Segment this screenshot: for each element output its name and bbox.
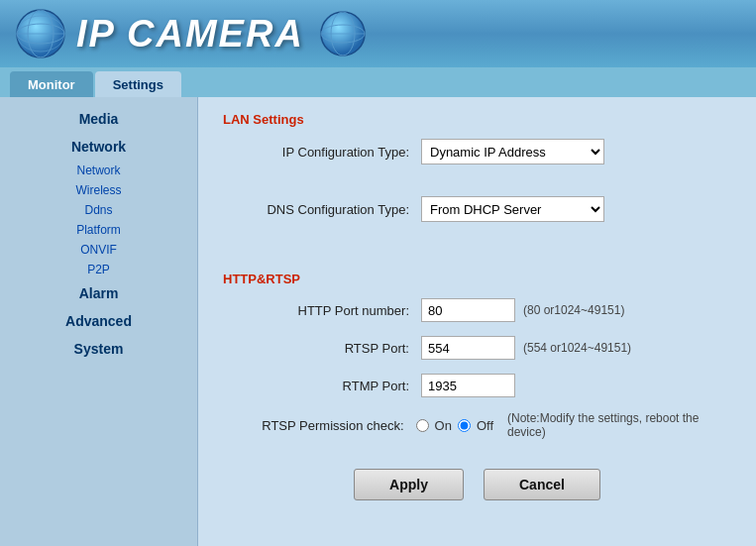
sidebar-item-network[interactable]: Network	[0, 161, 197, 180]
rtsp-port-label: RTSP Port:	[223, 341, 421, 356]
http-port-row: HTTP Port number: (80 or1024~49151)	[223, 298, 731, 322]
ip-config-select[interactable]: Dynamic IP Address Static IP Address PPP…	[421, 139, 604, 164]
app-title: IP CAMERA	[76, 13, 304, 55]
sidebar-section-advanced[interactable]: Advanced	[0, 307, 197, 335]
sidebar-section-system[interactable]: System	[0, 335, 197, 363]
rtsp-perm-label: RTSP Permission check:	[223, 418, 416, 433]
rtsp-perm-radios: On Off (Note:Modify the settings, reboot…	[416, 411, 731, 439]
sidebar-item-wireless[interactable]: Wireless	[0, 180, 197, 200]
http-port-label: HTTP Port number:	[223, 303, 421, 318]
rtsp-port-hint: (554 or1024~49151)	[523, 341, 631, 355]
spacer2	[223, 236, 731, 254]
rtsp-perm-off-label: Off	[477, 418, 493, 433]
dns-config-select[interactable]: From DHCP Server Manual	[421, 196, 604, 222]
apply-button[interactable]: Apply	[354, 469, 464, 500]
http-port-input[interactable]	[421, 298, 515, 322]
globe-right-icon	[319, 10, 367, 57]
sidebar-section-media[interactable]: Media	[0, 105, 197, 133]
rtmp-port-label: RTMP Port:	[223, 379, 421, 393]
http-port-hint: (80 or1024~49151)	[523, 303, 624, 317]
rtsp-port-input[interactable]	[421, 336, 515, 360]
sidebar-section-alarm[interactable]: Alarm	[0, 279, 197, 307]
lan-section-title: LAN Settings	[223, 112, 731, 127]
main-layout: Media Network Network Wireless Ddns Plat…	[0, 97, 756, 546]
globe-left-icon	[15, 8, 66, 59]
sidebar-item-onvif[interactable]: ONVIF	[0, 240, 197, 260]
ip-config-label: IP Configuration Type:	[223, 145, 421, 160]
nav-tabs: Monitor Settings	[0, 67, 756, 97]
rtmp-port-row: RTMP Port:	[223, 374, 731, 397]
sidebar-item-platform[interactable]: Platform	[0, 220, 197, 240]
ip-config-row: IP Configuration Type: Dynamic IP Addres…	[223, 139, 731, 164]
header: IP CAMERA	[0, 0, 756, 67]
cancel-button[interactable]: Cancel	[484, 469, 600, 500]
sidebar-section-network[interactable]: Network	[0, 133, 197, 161]
sidebar: Media Network Network Wireless Ddns Plat…	[0, 97, 198, 546]
tab-monitor[interactable]: Monitor	[10, 71, 93, 97]
sidebar-item-ddns[interactable]: Ddns	[0, 200, 197, 220]
tab-settings[interactable]: Settings	[95, 71, 181, 97]
rtsp-perm-row: RTSP Permission check: On Off (Note:Modi…	[223, 411, 731, 439]
dns-config-label: DNS Configuration Type:	[223, 202, 421, 217]
button-row: Apply Cancel	[223, 459, 731, 500]
spacer3	[223, 254, 731, 272]
sidebar-item-p2p[interactable]: P2P	[0, 260, 197, 279]
spacer1	[223, 178, 731, 196]
dns-config-row: DNS Configuration Type: From DHCP Server…	[223, 196, 731, 222]
rtsp-perm-off-radio[interactable]	[458, 419, 471, 432]
content-area: LAN Settings IP Configuration Type: Dyna…	[198, 97, 756, 546]
rtsp-perm-on-label: On	[435, 418, 452, 433]
rtsp-perm-on-radio[interactable]	[416, 419, 429, 432]
http-section-title: HTTP&RTSP	[223, 272, 731, 286]
rtmp-port-input[interactable]	[421, 374, 515, 397]
rtsp-port-row: RTSP Port: (554 or1024~49151)	[223, 336, 731, 360]
rtsp-perm-note: (Note:Modify the settings, reboot the de…	[507, 411, 731, 439]
